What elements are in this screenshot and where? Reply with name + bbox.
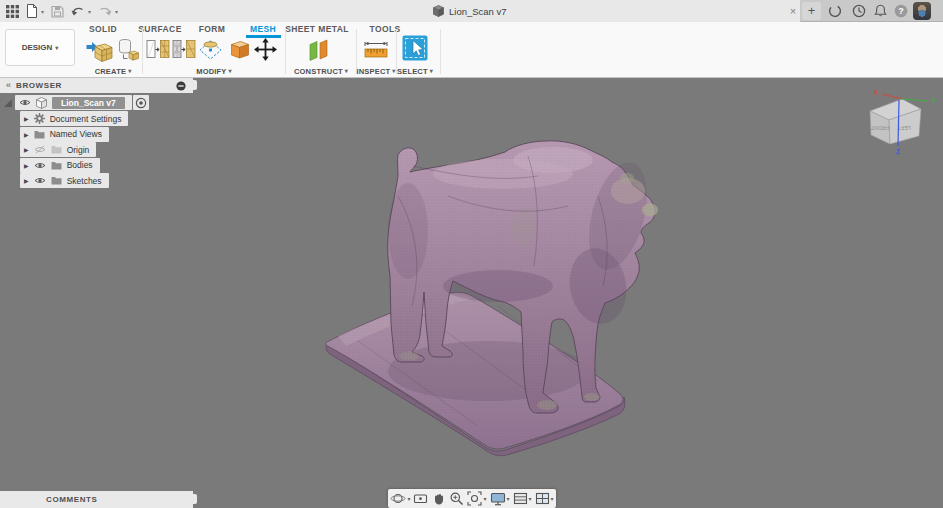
expand-caret-icon[interactable]: ▶ <box>24 131 29 138</box>
undo-icon[interactable] <box>71 5 85 17</box>
viewcube-front-face[interactable]: FRONT <box>870 125 890 131</box>
tree-label[interactable]: Bodies <box>67 160 93 170</box>
browser-panel-header[interactable]: « BROWSER <box>0 78 193 93</box>
save-icon[interactable] <box>51 5 64 18</box>
notifications-bell-icon[interactable] <box>874 4 887 18</box>
undo-caret-icon[interactable]: ▾ <box>88 8 91 15</box>
ribbon-toolbar: SOLID SURFACE FORM MESH SHEET METAL TOOL… <box>0 22 943 78</box>
modify-group-label[interactable]: MODIFY▾ <box>172 67 256 76</box>
create-mesh-icon[interactable] <box>116 37 142 63</box>
visibility-eye-icon[interactable] <box>34 176 46 185</box>
z-axis-label: Z <box>896 148 900 155</box>
view-cube[interactable]: FRONT LEFT X Y Z <box>856 86 942 170</box>
quick-access-toolbar: ▾ ▾ ▾ <box>6 0 118 22</box>
tree-row-named-views[interactable]: ▶ Named Views <box>20 127 109 142</box>
display-settings-icon[interactable]: ▾ <box>490 491 510 506</box>
comments-panel-header[interactable]: COMMENTS <box>0 491 193 508</box>
select-icon[interactable] <box>402 35 428 61</box>
expand-caret-icon[interactable]: ▶ <box>24 146 29 153</box>
recent-activity-icon[interactable] <box>852 4 866 18</box>
gear-icon <box>34 113 45 124</box>
tree-label-root-component[interactable]: Lion_Scan v7 <box>52 97 125 109</box>
remesh-icon[interactable] <box>146 37 170 61</box>
look-at-icon[interactable] <box>413 491 428 506</box>
tree-row-document-settings[interactable]: ▶ Document Settings <box>20 111 128 126</box>
orbit-icon[interactable]: ▾ <box>390 491 410 506</box>
comments-panel-title: COMMENTS <box>46 495 97 504</box>
expand-caret-icon[interactable]: ▶ <box>24 177 29 184</box>
redo-caret-icon[interactable]: ▾ <box>115 8 118 15</box>
construct-plane-icon[interactable] <box>306 37 333 64</box>
grid-and-snaps-icon[interactable]: ▾ <box>513 491 532 506</box>
tab-close-icon[interactable]: × <box>786 2 800 20</box>
create-group-label[interactable]: CREATE▾ <box>71 67 155 76</box>
x-axis-line <box>882 94 902 99</box>
browser-panel-handle[interactable] <box>193 80 197 90</box>
measure-icon[interactable] <box>362 40 390 61</box>
mesh-section-icon[interactable] <box>228 37 252 61</box>
collapse-panel-icon[interactable]: « <box>6 80 10 90</box>
document-tab-title[interactable]: Lion_Scan v7 <box>433 0 507 22</box>
app-grid-icon[interactable] <box>6 5 19 18</box>
expand-arrow-icon[interactable] <box>4 99 12 107</box>
tree-row-origin[interactable]: ▶ Origin <box>20 142 96 157</box>
visibility-eye-icon[interactable] <box>19 98 31 107</box>
folder-icon <box>51 176 62 185</box>
user-avatar[interactable] <box>913 2 931 20</box>
folder-icon <box>34 130 45 139</box>
y-axis-line <box>902 99 928 101</box>
file-menu-caret-icon[interactable]: ▾ <box>41 8 44 15</box>
viewports-icon[interactable]: ▾ <box>535 491 554 506</box>
fusion-360-app: { "glyphs": { "caret_down": "▾", "close"… <box>0 0 943 508</box>
folder-icon <box>51 145 62 154</box>
design-workspace-button[interactable]: DESIGN▾ <box>5 29 75 66</box>
activate-component-radio[interactable] <box>133 95 149 110</box>
tree-label[interactable]: Origin <box>67 145 90 155</box>
tree-label[interactable]: Document Settings <box>50 114 122 124</box>
document-title: Lion_Scan v7 <box>449 6 507 17</box>
fit-icon[interactable]: ▾ <box>467 491 486 506</box>
titlebar: ▾ ▾ ▾ Lion_Scan v7 × + ? <box>0 0 943 22</box>
job-status-icon[interactable] <box>828 4 842 18</box>
help-icon[interactable]: ? <box>894 4 908 18</box>
component-cube-icon <box>36 97 47 109</box>
svg-text:?: ? <box>898 6 904 16</box>
browser-panel-title: BROWSER <box>16 81 62 90</box>
move-icon[interactable] <box>253 37 278 62</box>
tree-label[interactable]: Named Views <box>50 129 102 139</box>
lion-scan-mesh-model[interactable] <box>298 136 688 471</box>
zoom-icon[interactable] <box>449 491 464 506</box>
visibility-eye-off-icon[interactable] <box>34 145 46 154</box>
x-axis-label: X <box>874 89 879 96</box>
y-axis-label: Y <box>932 97 937 104</box>
tree-label[interactable]: Sketches <box>67 176 102 186</box>
redo-icon[interactable] <box>98 5 112 17</box>
plane-cut-icon[interactable] <box>198 37 223 62</box>
navigation-toolbar: ▾ ▾ ▾ ▾ ▾ <box>388 489 556 508</box>
expand-caret-icon[interactable]: ▶ <box>24 162 29 169</box>
new-tab-button[interactable]: + <box>802 2 821 20</box>
tree-row-sketches[interactable]: ▶ Sketches <box>20 173 109 188</box>
comments-panel-handle[interactable] <box>193 494 197 504</box>
folder-icon <box>51 161 62 170</box>
expand-caret-icon[interactable]: ▶ <box>24 115 29 122</box>
insert-mesh-icon[interactable] <box>86 37 113 64</box>
3d-viewport[interactable]: FRONT LEFT X Y Z « BROWSER Lion_Scan v7 … <box>0 78 943 508</box>
reduce-icon[interactable] <box>172 37 196 61</box>
file-menu-icon[interactable] <box>26 4 38 18</box>
pan-hand-icon[interactable] <box>431 491 446 506</box>
browser-display-toggle-icon[interactable] <box>176 81 186 91</box>
tree-row-bodies[interactable]: ▶ Bodies <box>20 158 100 173</box>
select-group-label[interactable]: SELECT▾ <box>373 67 457 76</box>
document-cube-icon <box>433 5 444 17</box>
tab-tools[interactable]: TOOLS <box>340 24 430 34</box>
document-tab[interactable] <box>0 0 800 22</box>
visibility-eye-icon[interactable] <box>34 161 46 170</box>
tree-row-root[interactable]: Lion_Scan v7 <box>4 95 149 110</box>
